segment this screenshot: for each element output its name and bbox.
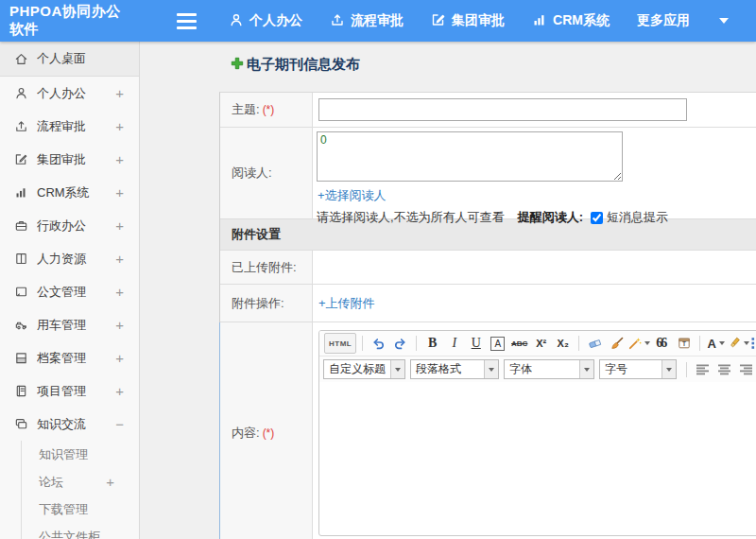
font-size-select[interactable]: 字号	[599, 359, 677, 379]
collapse-toggle[interactable]: −	[115, 416, 124, 432]
html-source-button[interactable]: HTML	[324, 333, 356, 354]
content-label: 内容:	[232, 425, 260, 442]
top-navigation: 个人办公 流程审批 集团审批 CRM系统 更多应用	[229, 12, 756, 30]
user-icon	[13, 86, 28, 101]
nav-crm[interactable]: CRM系统	[532, 12, 610, 30]
topbar: PHPOA协同办公软件 个人办公 流程审批 集团审批 CRM系统 更多应用	[0, 0, 756, 42]
expand-toggle[interactable]: +	[115, 85, 124, 101]
paste-text-icon[interactable]: T	[674, 333, 694, 354]
app-title: PHPOA协同办公软件	[0, 3, 122, 39]
expand-toggle[interactable]: +	[106, 474, 114, 490]
superscript-button[interactable]: X²	[531, 333, 551, 354]
paragraph-format-select[interactable]: 段落格式	[410, 359, 499, 379]
attachment-ops-label: 附件操作:	[232, 295, 284, 312]
font-style-button[interactable]: A	[488, 333, 507, 354]
expand-toggle[interactable]: +	[115, 217, 124, 234]
sidebar-item-crm[interactable]: CRM系统 +	[0, 176, 139, 209]
sidebar-item-project[interactable]: 项目管理 +	[0, 374, 139, 408]
sms-remind-checkbox[interactable]	[591, 212, 603, 224]
sidebar-item-process-approval[interactable]: 流程审批 +	[0, 110, 139, 143]
expand-toggle[interactable]: +	[115, 383, 124, 399]
attachment-ops-row: 附件操作: +上传附件	[220, 285, 756, 322]
readers-row: 阅读人: 0 +选择阅读人 请选择阅读人,不选为所有人可查看 提醒阅读人: 短消…	[220, 128, 756, 219]
editor-toolbar-row2: 自定义标题 段落格式 字体	[319, 356, 756, 382]
readers-textarea[interactable]: 0	[317, 131, 623, 182]
chat-icon	[13, 417, 28, 432]
subscript-button[interactable]: X₂	[553, 333, 573, 354]
bold-button[interactable]: B	[422, 333, 442, 354]
align-right-icon[interactable]	[736, 359, 756, 380]
underline-button[interactable]: U	[466, 333, 486, 354]
eraser-icon[interactable]	[585, 333, 605, 354]
undo-icon[interactable]	[369, 333, 388, 354]
uploaded-attachments-row: 已上传附件:	[220, 251, 756, 285]
sidebar-subitem-knowledge-mgmt[interactable]: 知识管理	[22, 441, 139, 468]
align-center-icon[interactable]	[714, 359, 734, 380]
font-color-button[interactable]: A	[706, 333, 726, 354]
required-mark: (*)	[263, 426, 275, 440]
nav-group-approval[interactable]: 集团审批	[431, 12, 505, 30]
hamburger-menu-icon[interactable]	[177, 13, 197, 29]
sidebar-item-label: 流程审批	[37, 118, 115, 135]
editor-toolbar-row1: HTML B I U A ABC X² X₂	[319, 331, 756, 356]
custom-heading-select[interactable]: 自定义标题	[323, 359, 405, 379]
sidebar-item-group-approval[interactable]: 集团审批 +	[0, 143, 139, 176]
ordered-list-icon[interactable]	[751, 333, 756, 354]
sidebar-subitem-forum[interactable]: 论坛 +	[22, 468, 139, 496]
sidebar-item-hr[interactable]: 人力资源 +	[0, 242, 139, 275]
sidebar-subitem-download-mgmt[interactable]: 下载管理	[22, 496, 139, 523]
caret-down-icon	[644, 341, 650, 345]
italic-button[interactable]: I	[444, 333, 464, 354]
sidebar-item-personal-office[interactable]: 个人办公 +	[0, 77, 139, 110]
expand-toggle[interactable]: +	[115, 251, 124, 267]
sidebar-item-vehicle[interactable]: 用车管理 +	[0, 308, 139, 341]
expand-toggle[interactable]: +	[115, 284, 124, 300]
sidebar-item-label: 集团审批	[37, 151, 115, 168]
highlight-color-icon[interactable]	[728, 333, 749, 354]
caret-down-icon	[489, 368, 494, 372]
nav-label: 流程审批	[351, 12, 404, 29]
expand-toggle[interactable]: +	[115, 118, 124, 134]
font-family-select[interactable]: 字体	[504, 359, 594, 379]
redo-icon[interactable]	[390, 333, 410, 354]
caret-down-icon	[584, 368, 590, 372]
sidebar-item-archives[interactable]: 档案管理 +	[0, 341, 139, 374]
nav-label: 个人办公	[249, 12, 302, 29]
select-readers-link[interactable]: +选择阅读人	[318, 187, 756, 204]
sidebar-subitem-label: 下载管理	[39, 501, 88, 518]
rich-text-editor: HTML B I U A ABC X² X₂	[318, 330, 756, 536]
sidebar-subitem-label: 论坛	[39, 474, 63, 491]
nav-personal-office[interactable]: 个人办公	[229, 12, 302, 30]
expand-toggle[interactable]: +	[115, 151, 124, 167]
expand-toggle[interactable]: +	[115, 184, 124, 200]
sidebar-subitem-public-cabinet[interactable]: 公共文件柜	[22, 523, 139, 539]
sidebar-item-desktop[interactable]: 个人桌面	[0, 42, 139, 77]
magic-wand-icon[interactable]	[628, 333, 650, 354]
sidebar-item-label: 人力资源	[37, 251, 115, 268]
strikethrough-button[interactable]: ABC	[509, 333, 529, 354]
sidebar-item-label: 行政办公	[37, 217, 115, 235]
nav-label: CRM系统	[553, 12, 610, 29]
nav-process-approval[interactable]: 流程审批	[330, 12, 404, 30]
sidebar-item-official-doc[interactable]: 公文管理 +	[0, 275, 139, 308]
uploaded-attachments-value	[313, 251, 756, 284]
edit-icon	[13, 152, 28, 167]
format-brush-icon[interactable]	[607, 333, 627, 354]
nav-more-apps-caret[interactable]	[717, 18, 729, 24]
expand-toggle[interactable]: +	[115, 317, 124, 333]
sidebar-item-knowledge[interactable]: 知识交流 −	[0, 408, 139, 441]
blockquote-button[interactable]: 66	[652, 333, 672, 354]
caret-down-icon	[666, 368, 672, 372]
editor-body[interactable]	[319, 382, 756, 533]
caret-down-icon	[719, 341, 725, 345]
upload-attachment-link[interactable]: +上传附件	[318, 295, 375, 312]
upload-icon	[330, 12, 351, 30]
caret-down-icon	[744, 341, 749, 345]
nav-more-apps[interactable]: 更多应用	[637, 12, 690, 29]
subject-input[interactable]	[318, 98, 687, 121]
align-left-icon[interactable]	[693, 359, 713, 380]
expand-toggle[interactable]: +	[115, 350, 124, 366]
home-icon	[13, 51, 28, 66]
sidebar-item-admin-office[interactable]: 行政办公 +	[0, 209, 139, 242]
main-content: 电子期刊信息发布 主题: (*) 阅读人: 0 +选择阅	[141, 42, 756, 539]
